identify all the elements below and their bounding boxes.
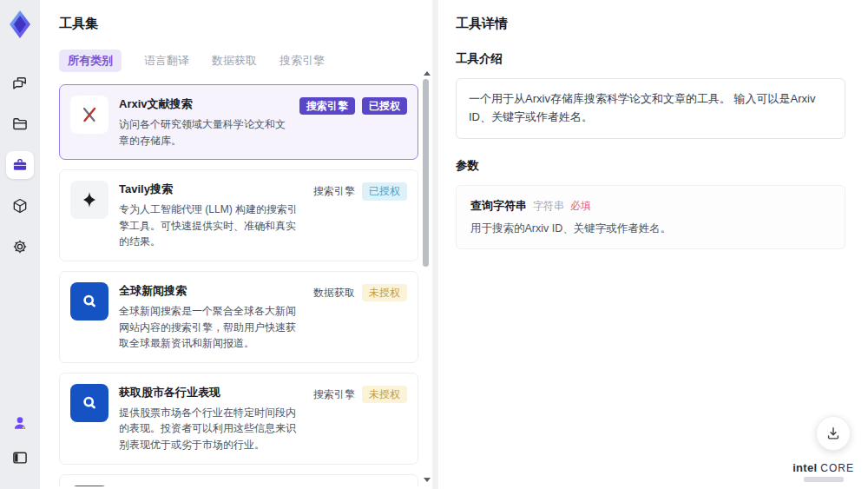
auth-badge: 已授权 <box>362 182 407 200</box>
tool-icon <box>70 486 108 486</box>
tool-name: 全球新闻搜索 <box>119 283 303 299</box>
sidebar-item-chat[interactable] <box>6 69 34 97</box>
brand-intel: intel <box>792 461 817 474</box>
sidebar-item-files[interactable] <box>6 110 34 138</box>
tool-description: 专为人工智能代理 (LLM) 构建的搜索引擎工具。可快速提供实时、准确和真实的结… <box>119 202 303 250</box>
scroll-down-icon[interactable] <box>424 478 431 482</box>
intro-heading: 工具介绍 <box>456 51 845 67</box>
tab-category-3[interactable]: 搜索引擎 <box>279 53 325 69</box>
auth-badge: 未授权 <box>362 386 407 403</box>
sparkle-icon <box>79 189 100 210</box>
category-badge: 搜索引擎 <box>313 386 355 403</box>
app-logo <box>6 9 34 40</box>
tool-list: Arxiv文献搜索 访问各个研究领域大量科学论文和文章的存储库。 搜索引擎 已授… <box>59 84 418 486</box>
tool-name: Tavily搜索 <box>119 182 303 197</box>
tab-category-1[interactable]: 语言翻译 <box>144 53 189 69</box>
panel-divider <box>432 0 438 489</box>
params-heading: 参数 <box>456 158 845 174</box>
gear-icon <box>11 238 29 255</box>
tool-icon <box>70 96 108 134</box>
brand-core: CORE <box>820 462 854 474</box>
tool-card[interactable]: Arxiv文献搜索 访问各个研究领域大量科学论文和文章的存储库。 搜索引擎 已授… <box>59 84 418 160</box>
page-title: 工具集 <box>59 16 413 32</box>
user-icon <box>11 414 29 432</box>
app-window: 工具集 所有类别语言翻译数据获取搜索引擎 Arxiv文献搜索 访问各个研究领域大… <box>0 0 868 489</box>
tool-description: 提供股票市场各个行业在特定时间段内的表现。投资者可以利用这些信息来识别表现优于或… <box>119 405 303 453</box>
briefcase-icon <box>11 156 29 174</box>
tool-icon <box>70 181 108 219</box>
panel-toggle-icon <box>11 449 29 466</box>
tool-name: Arxiv文献搜索 <box>119 96 289 112</box>
left-sidebar <box>0 0 40 489</box>
parameter-name: 查询字符串 <box>470 198 527 214</box>
parameter-required-badge: 必填 <box>570 199 591 214</box>
sidebar-item-settings[interactable] <box>6 233 34 261</box>
download-icon <box>825 425 842 442</box>
tool-card[interactable]: 获取市场最活跃股票信息 提供当天交易量最高的股票列表，投资者可以利用这些信息来识… <box>59 474 418 486</box>
brand-subtext <box>804 477 844 482</box>
tool-name: 获取股市各行业表现 <box>119 385 303 400</box>
parameter-description: 用于搜索的Arxiv ID、关键字或作者姓名。 <box>470 221 831 236</box>
diamond-logo-icon <box>7 10 33 39</box>
chat-icon <box>11 75 29 92</box>
details-title: 工具详情 <box>456 16 845 32</box>
category-badge: 搜索引擎 <box>299 97 355 115</box>
auth-badge: 已授权 <box>362 97 407 115</box>
tool-icon <box>70 282 108 320</box>
tool-icon <box>70 384 108 422</box>
category-badge: 搜索引擎 <box>313 182 355 200</box>
list-scrollbar[interactable] <box>422 71 431 482</box>
sidebar-item-panel-toggle[interactable] <box>6 444 34 472</box>
tool-card[interactable]: 全球新闻搜索 全球新闻搜索是一个聚合全球各大新闻网站内容的搜索引擎，帮助用户快速… <box>59 271 418 363</box>
tool-card[interactable]: Tavily搜索 专为人工智能代理 (LLM) 构建的搜索引擎工具。可快速提供实… <box>59 169 418 261</box>
tool-card[interactable]: 获取股市各行业表现 提供股票市场各个行业在特定时间段内的表现。投资者可以利用这些… <box>59 373 418 465</box>
news-search-icon <box>79 393 100 413</box>
news-search-icon <box>79 291 100 312</box>
tool-description: 全球新闻搜索是一个聚合全球各大新闻网站内容的搜索引擎，帮助用户快速获取全球最新资… <box>119 303 303 352</box>
intro-text: 一个用于从Arxiv存储库搜索科学论文和文章的工具。 输入可以是Arxiv ID… <box>456 78 845 139</box>
auth-badge: 未授权 <box>362 284 407 301</box>
tool-details-panel: 工具详情 工具介绍 一个用于从Arxiv存储库搜索科学论文和文章的工具。 输入可… <box>438 0 868 489</box>
download-button[interactable] <box>816 416 851 451</box>
tab-category-0[interactable]: 所有类别 <box>59 50 122 72</box>
tab-category-2[interactable]: 数据获取 <box>212 53 257 69</box>
tools-panel: 工具集 所有类别语言翻译数据获取搜索引擎 Arxiv文献搜索 访问各个研究领域大… <box>40 0 432 489</box>
scrollbar-thumb[interactable] <box>423 79 429 267</box>
sidebar-item-tools[interactable] <box>6 151 34 179</box>
sidebar-item-account[interactable] <box>6 409 34 437</box>
category-badge: 数据获取 <box>313 284 355 301</box>
tool-description: 访问各个研究领域大量科学论文和文章的存储库。 <box>119 116 289 149</box>
scroll-up-icon[interactable] <box>424 71 431 76</box>
sidebar-item-packages[interactable] <box>6 192 34 220</box>
intel-core-logo: intel CORE <box>792 461 854 482</box>
folder-icon <box>11 116 29 133</box>
arxiv-icon <box>79 104 100 125</box>
parameter-type: 字符串 <box>533 199 564 214</box>
cube-icon <box>11 197 29 215</box>
parameter-card: 查询字符串 字符串 必填 用于搜索的Arxiv ID、关键字或作者姓名。 <box>456 185 845 249</box>
category-tabs: 所有类别语言翻译数据获取搜索引擎 <box>59 50 413 72</box>
